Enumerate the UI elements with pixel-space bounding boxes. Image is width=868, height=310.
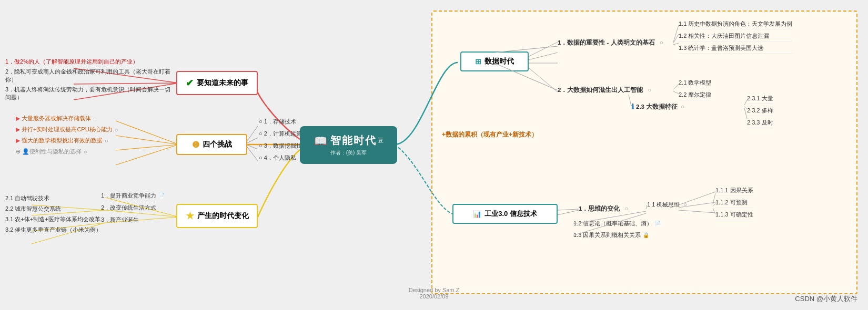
section3-dot: ○ [681,104,684,110]
center-subtitle: 作者：(美) 吴军 [330,149,367,157]
mindmap-container: { "center": { "title": "智能时代", "subtitle… [0,0,868,310]
svg-line-10 [247,147,258,161]
data-section2-title: 2．大数据如何滋生出人工智能 ○ [558,86,652,94]
triangle-icon-2: ▶ [16,126,20,133]
era-change-node: ★ 产生的时代变化 [176,204,258,228]
data-accumulate: +数据的累积（现有产业+新技术） [442,130,538,139]
know-future-items: 1．做2%的人（了解智能原理并运用到自己的产业） 2．隐私可变成商人的金钱和政治… [5,58,176,101]
watermark: CSDN @小黄人软件 [795,294,857,304]
ds1-item-3: 1.3 统计学：盖普洛预测美国大选 [679,44,792,54]
four-challenges-label: 四个挑战 [203,140,232,149]
era-item-3: 3．新产业诞生 [101,216,165,224]
data-section3-title-text: 2.3 大数据特征 [636,103,678,111]
dot-icon-1: ○ [93,116,97,122]
svg-line-6 [116,144,179,165]
svg-line-7 [247,126,258,141]
industry-node: 📊 工业3.0 信息技术 [452,204,558,224]
ind-sub-3: 1.1.3 可确定性 [715,211,753,220]
era-item-1: 1．提升商业竞争能力 📄 [101,192,165,200]
section2-dot: ○ [648,87,652,93]
industry-1-1: 1.1 机械思维 ○ [647,201,687,209]
challenge-sub-3: ▶强大的数学模型挑出有效的数据 ○ [16,137,118,144]
checkmark-icon: ✔ [186,77,194,89]
industry-1-1-dot: ○ [683,201,687,208]
triangle-icon-3: ▶ [16,137,20,144]
industry-icon: 📊 [473,210,481,218]
industry-label: 工业3.0 信息技术 [485,209,537,219]
data-section2-items: 2.1 数学模型 2.2 摩尔定律 [679,79,711,100]
era-sub-4: 3.2 催生更多垂直产业链（小米为例） [5,226,102,234]
industry-1-2-text: 1.2 信息论（概率论基础、熵） [573,220,652,228]
know-future-item-1: 1．做2%的人（了解智能原理并运用到自己的产业） [5,58,176,66]
ind-sub-2: 1.1.2 可预测 [715,199,753,208]
info-icon: ℹ [631,102,634,111]
date: 2020/02/09 [409,293,460,299]
data-era-label: 数据时代 [485,57,514,66]
challenge-sub-1: ▶大量服务器或解决存储载体 ○ [16,115,118,122]
book-icon: 📖 [314,135,327,147]
designed-by: Designed by Sam.Z [409,287,460,293]
svg-line-9 [247,145,258,149]
ds1-item-1: 1.1 历史中数据扮演的角色：天文学发展为例 [679,20,792,29]
industry-1-3-text: 1.3 因果关系到概相关关系 [573,231,641,239]
industry-1-2: 1.2 信息论（概率论基础、熵） 📄 [573,220,661,228]
era-change-sub-items: 2.1 自动驾驶技术 2.2 城市智慧公交系统 3.1 农+体+制造+医疗等体系… [5,194,102,234]
lock-icon: 🔒 [643,232,649,238]
data-section3-title: ℹ 2.3 大数据特征 ○ [631,102,684,111]
challenge-sub-4: ⊕ 👤便利性与隐私的选择 ○ [16,148,118,156]
svg-line-4 [116,136,179,144]
page-icon-2: 📄 [654,221,661,226]
svg-line-8 [247,138,258,143]
center-title-row: 📖 智能时代 豆 [314,133,383,148]
section1-dot: ○ [660,39,663,46]
dot-icon-2: ○ [115,127,118,133]
data-section1-title-text: 1．数据的重要性 - 人类明文的基石 [558,39,655,46]
data-era-node: ⊞ 数据时代 [460,51,529,71]
center-title: 智能时代 [330,133,377,148]
warning-icon: ❶ [192,140,199,150]
industry-section1-title-text: 1．思维的变化 [579,205,620,212]
center-superscript: 豆 [378,137,383,144]
industry-1-1-sub: 1.1.1 因果关系 1.1.2 可预测 1.1.3 可确定性 [715,187,753,220]
ds3-item-1: 2.3.1 大量 [747,95,773,104]
know-future-node: ✔ 要知道未来的事 [176,71,258,95]
ds3-item-2: 2.3.2 多样 [747,107,773,116]
center-node: 📖 智能时代 豆 作者：(美) 吴军 [300,126,397,164]
footer: Designed by Sam.Z 2020/02/09 [409,287,460,299]
era-sub-3: 3.1 农+体+制造+医疗等体系均会改革 [5,215,102,223]
industry-1-1-text: 1.1 机械思维 [647,201,680,208]
data-section3-items: 2.3.1 大量 2.3.2 多样 2.3.3 及时 [747,95,773,128]
know-future-item-3: 3．机器人终将淘汰传统劳动力，要有危机意识（时间会解决一切问题） [5,86,176,101]
data-era-icon: ⊞ [475,57,481,66]
ds3-item-3: 2.3.3 及时 [747,119,773,128]
dot-icon-4: ○ [84,149,87,155]
star-icon: ★ [186,210,194,222]
industry-1-3: 1.3 因果关系到概相关关系 🔒 [573,231,649,239]
data-section1-items: 1.1 历史中数据扮演的角色：天文学发展为例 1.2 相关性：大庆油田图片信息泄… [679,20,792,54]
era-sub-2: 2.2 城市智慧公交系统 [5,205,102,213]
data-section2-title-text: 2．大数据如何滋生出人工智能 [558,87,643,93]
era-item-2: 2．改变传统生活方式 [101,204,165,212]
plus-circle-icon: ⊕ [16,148,21,155]
ind-sub-1: 1.1.1 因果关系 [715,187,753,196]
era-change-items: 1．提升商业竞争能力 📄 2．改变传统生活方式 3．新产业诞生 [101,192,165,224]
industry-section1-dot: ○ [625,205,629,212]
challenge-r-1: ○ 1．存储技术 [259,118,314,126]
era-change-label: 产生的时代变化 [197,211,249,221]
industry-section1-title: 1．思维的变化 ○ [579,205,629,213]
data-section1-title: 1．数据的重要性 - 人类明文的基石 ○ [558,39,663,47]
ds2-item-2: 2.2 摩尔定律 [679,91,711,100]
challenge-sub-2: ▶并行+实时处理或提高CPU核心能力 ○ [16,126,118,133]
ds1-item-2: 1.2 相关性：大庆油田图片信息泄漏 [679,32,792,42]
svg-line-5 [116,144,179,150]
svg-line-3 [116,121,179,144]
page-icon-1: 📄 [158,193,165,199]
ds2-item-1: 2.1 数学模型 [679,79,711,88]
triangle-icon-1: ▶ [16,115,20,122]
challenge-sub-items: ▶大量服务器或解决存储载体 ○ ▶并行+实时处理或提高CPU核心能力 ○ ▶强大… [16,115,118,156]
era-sub-1: 2.1 自动驾驶技术 [5,194,102,202]
know-future-label: 要知道未来的事 [197,78,248,88]
four-challenges-node: ❶ 四个挑战 [176,134,247,155]
know-future-item-2: 2．隐私可变成商人的金钱和政治家可利用的工具（老大哥在盯着你） [5,68,176,84]
challenge-sub-4-icon: 👤 [22,148,29,155]
